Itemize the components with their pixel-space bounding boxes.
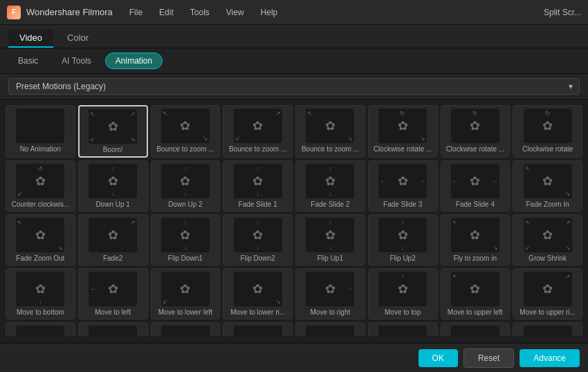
animation-card-bounce-zoom-3[interactable]: ✿↖↘Bounce to zoom ... bbox=[295, 105, 365, 158]
animation-thumb-move-to-upper-right: ✿↗ bbox=[524, 272, 572, 306]
tab-animation[interactable]: Animation bbox=[105, 53, 163, 69]
animation-card-down-up-2[interactable]: ✿↑↓Down Up 2 bbox=[151, 160, 221, 212]
preset-dropdown[interactable]: Preset Motions (Legacy) bbox=[8, 78, 580, 95]
reset-button[interactable]: Reset bbox=[463, 348, 514, 368]
animation-thumb-move-to-top: ✿↑ bbox=[378, 272, 427, 306]
animation-label: Fade Zoom Out bbox=[8, 254, 73, 262]
app-logo: F bbox=[7, 6, 21, 19]
arrow-icon: ↙ bbox=[525, 244, 531, 251]
animation-card-fade-slide-3[interactable]: ✿←→Fade Slide 3 bbox=[368, 160, 438, 212]
animation-card-fade-slide-2[interactable]: ✿↑↓Fade Slide 2 bbox=[295, 160, 365, 212]
animation-card-anim-35[interactable]: ✿ bbox=[151, 322, 221, 336]
animation-card-clockwise-rotate-3[interactable]: ✿↻Clockwise rotate bbox=[513, 105, 582, 158]
animation-thumb-grow-shrink: ✿↖↘↗↙ bbox=[524, 218, 572, 252]
animation-card-fade-slide-1[interactable]: ✿↑↓Fade Slide 1 bbox=[223, 160, 293, 212]
animation-thumb-clockwise-rotate-2: ✿↻ bbox=[451, 109, 499, 143]
arrow-icon: ↓ bbox=[184, 244, 187, 251]
animation-label: Fade Slide 3 bbox=[370, 201, 436, 208]
animation-card-fade-slide-4[interactable]: ✿←→Fade Slide 4 bbox=[441, 160, 511, 212]
animation-card-no-animation[interactable]: No Animation bbox=[6, 105, 75, 158]
menu-item-file[interactable]: File bbox=[127, 6, 145, 19]
animation-card-counter-clockwise[interactable]: ✿↺↙Counter clockwis... bbox=[6, 160, 75, 212]
arrow-icon: ↑ bbox=[401, 219, 405, 226]
animation-card-clockwise-rotate-2[interactable]: ✿↻Clockwise rotate ... bbox=[441, 105, 511, 158]
arrow-icon: ↖ bbox=[452, 219, 458, 226]
animation-card-fade-zoom-out[interactable]: ✿↖↘Fade Zoom Out bbox=[6, 214, 75, 266]
animation-thumb-anim-37: ✿ bbox=[306, 326, 354, 336]
sub-tab-bar: Basic AI Tools Animation bbox=[0, 48, 588, 74]
arrow-icon: ↖ bbox=[163, 110, 168, 117]
animation-card-flip-up-2[interactable]: ✿↑↓Flip Up2 bbox=[368, 214, 438, 266]
animation-thumb-flip-down-2: ✿↑↓ bbox=[234, 218, 282, 252]
animation-card-fly-to-zoom-in[interactable]: ✿↖↘Fly to zoom in bbox=[441, 214, 511, 266]
menu-bar: FileEditToolsViewHelp bbox=[127, 6, 281, 19]
animation-thumb-down-up-2: ✿↑↓ bbox=[161, 164, 210, 198]
animation-card-fade-zoom-in[interactable]: ✿↖↘Fade Zoom In bbox=[513, 160, 582, 212]
arrow-icon: ↓ bbox=[111, 190, 115, 197]
tab-color[interactable]: Color bbox=[56, 29, 100, 48]
arrow-icon: ↓ bbox=[184, 190, 187, 197]
animation-card-flip-up-1[interactable]: ✿↑↓Flip Up1 bbox=[295, 214, 365, 266]
animation-card-anim-34[interactable]: ✿ bbox=[78, 322, 148, 336]
arrow-icon: ↙ bbox=[17, 190, 23, 197]
animation-card-bounce-zoom-2[interactable]: ✿↗↙Bounce to zoom ... bbox=[223, 105, 293, 158]
animation-card-move-to-right[interactable]: ✿→Move to right bbox=[295, 268, 365, 319]
animation-label: Fade Zoom In bbox=[515, 201, 580, 208]
tab-ai-tools[interactable]: AI Tools bbox=[52, 53, 100, 68]
ok-button[interactable]: OK bbox=[419, 349, 458, 367]
animation-card-move-to-top[interactable]: ✿↑Move to top bbox=[368, 268, 438, 319]
menu-item-view[interactable]: View bbox=[223, 6, 247, 19]
arrow-icon: ↘ bbox=[565, 190, 571, 197]
tab-basic[interactable]: Basic bbox=[8, 53, 48, 68]
animation-card-boom[interactable]: ✿↖↗↙↘Boom! bbox=[78, 105, 148, 158]
advance-button[interactable]: Advance bbox=[520, 349, 580, 367]
animation-card-fade2[interactable]: ✿↗Fade2 bbox=[78, 214, 148, 266]
animation-thumb-move-to-lower-right: ✿↘ bbox=[234, 272, 282, 306]
animation-card-anim-40[interactable]: ✿ bbox=[513, 322, 582, 336]
arrow-icon: ← bbox=[90, 286, 96, 292]
animation-card-down-up-1[interactable]: ✿↑↓Down Up 1 bbox=[78, 160, 148, 212]
animation-thumb-move-to-right: ✿→ bbox=[306, 272, 354, 306]
animation-label: Fade Slide 1 bbox=[225, 201, 291, 208]
animation-label: Move to left bbox=[80, 308, 146, 316]
menu-item-edit[interactable]: Edit bbox=[156, 6, 176, 19]
animation-label: Bounce to zoom ... bbox=[153, 145, 219, 153]
main-tab-bar: Video Color bbox=[0, 25, 588, 48]
animation-label: Fade Slide 4 bbox=[443, 201, 508, 208]
menu-item-tools[interactable]: Tools bbox=[187, 6, 212, 19]
animation-card-anim-36[interactable]: ✿ bbox=[223, 322, 293, 336]
animation-thumb-move-to-lower-left: ✿↙ bbox=[161, 272, 210, 306]
animation-card-move-to-upper-left[interactable]: ✿↖Move to upper left bbox=[441, 268, 511, 319]
animation-card-anim-33[interactable]: ✿ bbox=[6, 322, 75, 336]
arrow-icon: ↓ bbox=[329, 190, 332, 197]
animation-thumb-fade-slide-2: ✿↑↓ bbox=[306, 164, 354, 198]
arrow-icon: ↙ bbox=[235, 135, 241, 142]
animation-card-move-to-lower-right[interactable]: ✿↘Move to lower ri... bbox=[223, 268, 293, 319]
arrow-icon: ↘ bbox=[275, 298, 281, 305]
tab-video[interactable]: Video bbox=[8, 29, 53, 48]
animation-card-move-to-lower-left[interactable]: ✿↙Move to lower left bbox=[151, 268, 221, 319]
arrow-icon: → bbox=[419, 178, 425, 185]
animation-card-flip-down-2[interactable]: ✿↑↓Flip Down2 bbox=[223, 214, 293, 266]
animation-card-anim-37[interactable]: ✿ bbox=[295, 322, 365, 336]
animation-label: Bounce to zoom ... bbox=[297, 145, 363, 153]
animation-card-move-to-left[interactable]: ✿←Move to left bbox=[78, 268, 148, 319]
animation-thumb-fade2: ✿↗ bbox=[89, 218, 137, 252]
animation-card-anim-38[interactable]: ✿ bbox=[368, 322, 438, 336]
animation-card-grow-shrink[interactable]: ✿↖↘↗↙Grow Shrink bbox=[513, 214, 582, 266]
animation-card-move-to-upper-right[interactable]: ✿↗Move to upper ri... bbox=[513, 268, 582, 319]
split-screen-button[interactable]: Split Scr... bbox=[544, 8, 581, 17]
animation-card-move-to-bottom[interactable]: ✿↓Move to bottom bbox=[6, 268, 75, 319]
menu-item-help[interactable]: Help bbox=[258, 6, 281, 19]
animation-card-anim-39[interactable]: ✿ bbox=[441, 322, 511, 336]
animation-card-flip-down-1[interactable]: ✿↑↓Flip Down1 bbox=[151, 214, 221, 266]
animation-card-clockwise-rotate-1[interactable]: ✿↻↘Clockwise rotate ... bbox=[368, 105, 438, 158]
animation-label: Bounce to zoom ... bbox=[225, 145, 291, 153]
animation-label: Flip Down2 bbox=[225, 254, 291, 262]
arrow-icon: ↓ bbox=[39, 298, 42, 305]
animation-card-bounce-zoom-1[interactable]: ✿↖↘Bounce to zoom ... bbox=[151, 105, 221, 158]
arrow-icon: ↘ bbox=[57, 244, 63, 251]
animation-thumb-move-to-bottom: ✿↓ bbox=[16, 272, 64, 306]
arrow-icon: ↘ bbox=[493, 244, 498, 251]
arrow-icon: ↖ bbox=[525, 219, 531, 226]
